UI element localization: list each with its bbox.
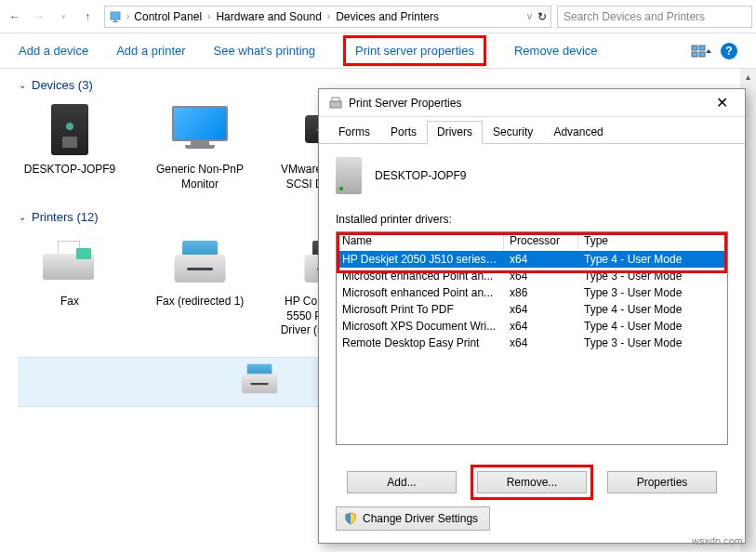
table-row[interactable]: Microsoft XPS Document Wri... x64 Type 4… — [337, 318, 727, 335]
chevron-right-icon: › — [126, 11, 129, 21]
monitor-icon — [167, 101, 232, 157]
svg-rect-4 — [692, 52, 697, 57]
printer-icon — [167, 233, 232, 289]
tab-forms[interactable]: Forms — [328, 121, 380, 143]
device-label: Fax (redirected 1) — [149, 295, 251, 309]
breadcrumb-item[interactable]: Hardware and Sound — [214, 8, 323, 25]
svg-rect-7 — [330, 101, 341, 108]
server-icon — [336, 157, 362, 194]
watermark: wsxdn.com — [692, 535, 743, 546]
see-whats-printing-button[interactable]: See what's printing — [214, 44, 315, 58]
nav-bar: ← → ▾ ↑ › Control Panel › Hardware and S… — [0, 0, 756, 33]
svg-rect-0 — [111, 12, 120, 20]
installed-drivers-label: Installed printer drivers: — [336, 213, 728, 226]
add-device-button[interactable]: Add a device — [19, 44, 88, 58]
svg-rect-5 — [699, 46, 705, 50]
dialog-body: DESKTOP-JOPF9 Installed printer drivers:… — [319, 144, 745, 458]
dialog-buttons: Add... Remove... Properties — [319, 458, 745, 506]
table-row[interactable]: Microsoft enhanced Point an... x86 Type … — [337, 284, 727, 301]
change-driver-settings-button[interactable]: Change Driver Settings — [336, 506, 490, 531]
view-icon[interactable] — [691, 44, 713, 59]
tab-strip: Forms Ports Drivers Security Advanced — [319, 117, 745, 144]
add-button[interactable]: Add... — [347, 471, 457, 493]
chevron-down-icon: ⌄ — [19, 212, 26, 222]
device-item[interactable]: DESKTOP-JOPF9 — [19, 101, 121, 191]
shield-icon — [344, 512, 357, 525]
tab-drivers[interactable]: Drivers — [427, 121, 483, 144]
table-row[interactable]: Microsoft Print To PDF x64 Type 4 - User… — [337, 301, 727, 318]
printer-icon — [328, 96, 343, 111]
change-settings-row: Change Driver Settings — [319, 506, 745, 544]
svg-rect-2 — [113, 21, 118, 22]
search-input[interactable]: Search Devices and Printers — [557, 6, 752, 28]
breadcrumb-item[interactable]: Devices and Printers — [334, 8, 441, 25]
up-button[interactable]: ↑ — [76, 6, 99, 28]
col-type[interactable]: Type — [578, 232, 727, 251]
address-bar[interactable]: › Control Panel › Hardware and Sound › D… — [104, 6, 551, 28]
help-icon[interactable]: ? — [721, 43, 737, 59]
svg-rect-6 — [699, 52, 705, 57]
breadcrumb: Control Panel › Hardware and Sound › Dev… — [132, 8, 441, 25]
server-info: DESKTOP-JOPF9 — [336, 157, 728, 194]
dialog-title: Print Server Properties — [349, 97, 461, 110]
recent-dropdown[interactable]: ▾ — [52, 6, 74, 28]
svg-rect-3 — [692, 46, 697, 50]
printer-item[interactable]: Fax — [19, 233, 121, 338]
driver-table[interactable]: Name Processor Type HP Deskjet 2050 J510… — [336, 231, 728, 445]
back-button[interactable]: ← — [4, 6, 26, 28]
dialog-titlebar[interactable]: Print Server Properties ✕ — [319, 89, 745, 117]
print-server-properties-button[interactable]: Print server properties — [343, 35, 486, 66]
refresh-button[interactable]: ↻ — [537, 10, 547, 23]
computer-icon — [37, 101, 102, 157]
svg-rect-8 — [332, 98, 339, 101]
section-label: Devices (3) — [32, 78, 93, 92]
section-label: Printers (12) — [32, 210, 99, 224]
device-label: Fax — [19, 295, 121, 309]
printer-item[interactable]: Fax (redirected 1) — [149, 233, 251, 338]
printer-icon — [241, 365, 278, 393]
tab-security[interactable]: Security — [483, 121, 543, 143]
col-processor[interactable]: Processor — [504, 232, 578, 251]
col-name[interactable]: Name — [337, 232, 504, 251]
table-header[interactable]: Name Processor Type — [337, 232, 727, 251]
remove-device-button[interactable]: Remove device — [514, 44, 598, 58]
table-row[interactable]: HP Deskjet 2050 J510 series Cl... x64 Ty… — [337, 251, 727, 268]
table-row[interactable]: Remote Desktop Easy Print x64 Type 3 - U… — [337, 335, 727, 351]
fax-icon — [37, 233, 102, 289]
svg-rect-1 — [114, 20, 116, 21]
properties-button[interactable]: Properties — [607, 471, 717, 493]
chevron-right-icon: › — [327, 11, 330, 21]
tab-advanced[interactable]: Advanced — [543, 121, 613, 143]
server-name: DESKTOP-JOPF9 — [375, 169, 466, 182]
device-item[interactable]: Generic Non-PnP Monitor — [149, 101, 251, 191]
table-row[interactable]: Microsoft enhanced Point an... x64 Type … — [337, 268, 727, 284]
change-settings-label: Change Driver Settings — [363, 512, 478, 525]
tab-ports[interactable]: Ports — [380, 121, 427, 143]
device-label: Generic Non-PnP Monitor — [149, 163, 251, 191]
chevron-down-icon: ⌄ — [19, 80, 26, 90]
chevron-right-icon: › — [207, 11, 210, 21]
devices-icon — [109, 9, 124, 24]
device-label: DESKTOP-JOPF9 — [19, 163, 121, 177]
toolbar: Add a device Add a printer See what's pr… — [0, 33, 756, 69]
close-button[interactable]: ✕ — [709, 94, 736, 112]
address-dropdown[interactable]: v — [527, 11, 532, 21]
remove-button[interactable]: Remove... — [477, 471, 587, 493]
breadcrumb-item[interactable]: Control Panel — [132, 8, 204, 25]
print-server-properties-dialog: Print Server Properties ✕ Forms Ports Dr… — [318, 88, 746, 544]
forward-button: → — [28, 6, 50, 28]
add-printer-button[interactable]: Add a printer — [116, 44, 185, 58]
